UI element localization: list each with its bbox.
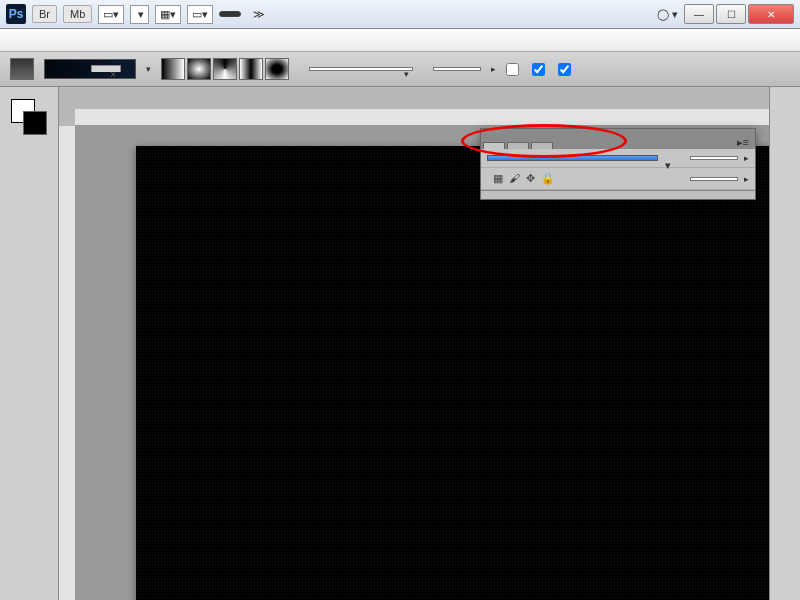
screen-mode-select[interactable]: ▭▾	[98, 5, 124, 24]
view-extras-select[interactable]: ▦▾	[155, 5, 181, 24]
menu-bar	[0, 29, 800, 52]
lock-all-icon[interactable]: 🔒	[541, 172, 555, 185]
document-canvas[interactable]	[136, 146, 769, 600]
layers-panel: ▸≡ ▸ ▦ 🖌 ✥ 🔒 ▸	[480, 128, 756, 200]
panel-menu-icon[interactable]: ▸≡	[731, 136, 755, 149]
gradient-type-group	[161, 58, 289, 80]
bridge-button[interactable]: Br	[32, 5, 57, 23]
background-swatch[interactable]	[23, 111, 47, 135]
gradient-angle[interactable]	[213, 58, 237, 80]
tab-ebenen[interactable]	[483, 142, 505, 149]
more-icon[interactable]: ≫	[253, 8, 265, 21]
lock-transparency-icon[interactable]: ▦	[493, 172, 503, 185]
gradient-reflected[interactable]	[239, 58, 263, 80]
app-logo: Ps	[6, 4, 26, 24]
ruler-horizontal	[75, 109, 769, 126]
layer-opacity-input[interactable]	[690, 156, 738, 160]
gradient-radial[interactable]	[187, 58, 211, 80]
transparency-checkbox[interactable]	[558, 63, 574, 76]
title-bar: Ps Br Mb ▭▾ ▾ ▦▾ ▭▾ ≫ ◯ ▾ — ☐ ✕	[0, 0, 800, 29]
layer-opacity-arrow[interactable]: ▸	[744, 153, 749, 163]
reverse-checkbox[interactable]	[506, 63, 522, 76]
fill-input[interactable]	[690, 177, 738, 181]
layers-footer	[481, 190, 755, 199]
arrange-select[interactable]: ▭▾	[187, 5, 213, 24]
gradient-linear[interactable]	[161, 58, 185, 80]
cslive-button[interactable]: ◯ ▾	[657, 8, 678, 21]
toolbox	[0, 87, 59, 600]
layer-blend-mode-select[interactable]	[487, 155, 658, 161]
opacity-arrow[interactable]: ▸	[491, 64, 496, 74]
tab-kanaele[interactable]	[507, 142, 529, 149]
gradient-preview[interactable]	[44, 59, 136, 79]
workspace-button[interactable]	[219, 11, 241, 17]
opacity-input[interactable]	[433, 67, 481, 71]
minibridge-button[interactable]: Mb	[63, 5, 92, 23]
minimize-button[interactable]: —	[684, 4, 714, 24]
ruler-vertical	[59, 126, 76, 600]
close-tab-icon[interactable]: ×	[110, 69, 116, 80]
color-swatches[interactable]	[11, 99, 47, 135]
close-button[interactable]: ✕	[748, 4, 794, 24]
gradient-picker-arrow[interactable]: ▾	[146, 64, 151, 74]
tab-pfade[interactable]	[531, 142, 553, 149]
lock-pixels-icon[interactable]: 🖌	[509, 172, 520, 185]
blend-mode-select[interactable]	[309, 67, 413, 71]
document-tab[interactable]: ×	[91, 65, 121, 72]
lock-position-icon[interactable]: ✥	[526, 172, 535, 185]
gradient-diamond[interactable]	[265, 58, 289, 80]
maximize-button[interactable]: ☐	[716, 4, 746, 24]
zoom-select[interactable]: ▾	[130, 5, 149, 24]
tool-preset[interactable]	[10, 58, 34, 80]
right-dock	[769, 87, 800, 600]
fill-arrow[interactable]: ▸	[744, 174, 749, 184]
dither-checkbox[interactable]	[532, 63, 548, 76]
